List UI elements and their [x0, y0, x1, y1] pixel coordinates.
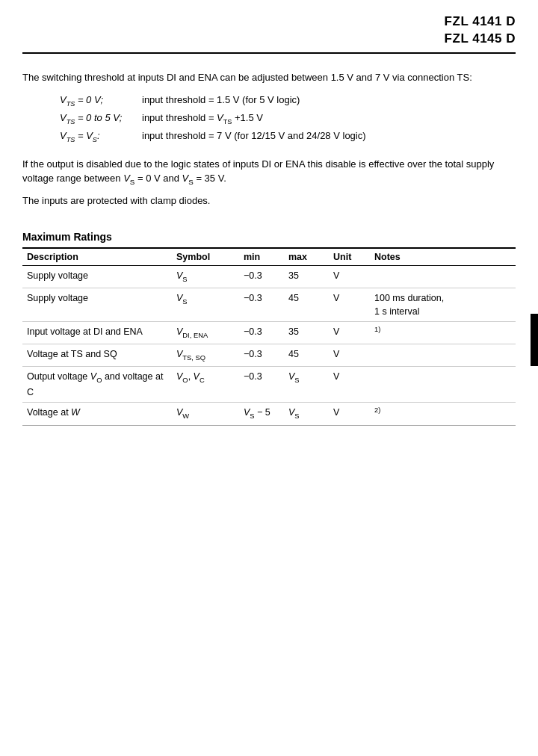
cell-unit: V: [329, 367, 370, 403]
header-title-line2: FZL 4145 D: [22, 31, 516, 48]
cell-max: 45: [284, 288, 329, 321]
table-row: Supply voltage VS −0.3 45 V 100 ms durat…: [22, 288, 516, 321]
cell-notes: 2): [370, 403, 516, 425]
clamp-paragraph: The inputs are protected with clamp diod…: [22, 193, 516, 208]
cell-notes: 100 ms duration,1 s interval: [370, 288, 516, 321]
cell-unit: V: [329, 344, 370, 367]
threshold-var-1: VTS = 0 V;: [60, 92, 142, 110]
cell-notes: [370, 367, 516, 403]
col-header-max: max: [284, 248, 329, 266]
table-row: Output voltage VO and voltage at C VO, V…: [22, 367, 516, 403]
threshold-desc-3: input threshold = 7 V (for 12/15 V and 2…: [142, 128, 516, 144]
col-header-symbol: Symbol: [172, 248, 239, 266]
table-row: Input voltage at DI and ENA VDI, ENA −0.…: [22, 322, 516, 344]
threshold-desc-1: input threshold = 1.5 V (for 5 V logic): [142, 92, 516, 108]
cell-unit: V: [329, 403, 370, 425]
threshold-list: VTS = 0 V; input threshold = 1.5 V (for …: [60, 92, 516, 146]
col-header-description: Description: [22, 248, 172, 266]
cell-symbol: VTS, SQ: [172, 344, 239, 367]
cell-symbol: VO, VC: [172, 367, 239, 403]
cell-desc: Voltage at W: [22, 403, 172, 425]
cell-max: 35: [284, 265, 329, 288]
table-header-row: Description Symbol min max Unit Notes: [22, 248, 516, 266]
threshold-row-1: VTS = 0 V; input threshold = 1.5 V (for …: [60, 92, 516, 110]
header-title-line1: FZL 4141 D: [22, 13, 516, 31]
col-header-unit: Unit: [329, 248, 370, 266]
cell-desc: Voltage at TS and SQ: [22, 344, 172, 367]
cell-max: 45: [284, 344, 329, 367]
cell-unit: V: [329, 322, 370, 344]
sidebar-bar: [531, 314, 538, 366]
disabled-paragraph: If the output is disabled due to the log…: [22, 157, 516, 188]
cell-desc: Supply voltage: [22, 288, 172, 321]
cell-notes: 1): [370, 322, 516, 344]
col-header-notes: Notes: [370, 248, 516, 266]
cell-min: −0.3: [239, 344, 284, 367]
cell-min: −0.3: [239, 322, 284, 344]
cell-symbol: VS: [172, 265, 239, 288]
max-ratings-table: Description Symbol min max Unit Notes Su…: [22, 247, 516, 426]
table-row: Supply voltage VS −0.3 35 V: [22, 265, 516, 288]
table-row: Voltage at TS and SQ VTS, SQ −0.3 45 V: [22, 344, 516, 367]
threshold-row-3: VTS = VS: input threshold = 7 V (for 12/…: [60, 128, 516, 146]
cell-unit: V: [329, 288, 370, 321]
cell-desc: Output voltage VO and voltage at C: [22, 367, 172, 403]
cell-symbol: VDI, ENA: [172, 322, 239, 344]
threshold-var-3: VTS = VS:: [60, 128, 142, 146]
cell-min: VS − 5: [239, 403, 284, 425]
cell-max: VS: [284, 367, 329, 403]
cell-min: −0.3: [239, 265, 284, 288]
cell-unit: V: [329, 265, 370, 288]
cell-min: −0.3: [239, 367, 284, 403]
intro-paragraph: The switching threshold at inputs DI and…: [22, 70, 516, 85]
cell-max: 35: [284, 322, 329, 344]
cell-desc: Input voltage at DI and ENA: [22, 322, 172, 344]
cell-desc: Supply voltage: [22, 265, 172, 288]
col-header-min: min: [239, 248, 284, 266]
threshold-desc-2: input threshold = VTS +1.5 V: [142, 110, 516, 128]
header-divider: [22, 52, 516, 54]
threshold-row-2: VTS = 0 to 5 V; input threshold = VTS +1…: [60, 110, 516, 128]
page: FZL 4141 D FZL 4145 D The switching thre…: [0, 0, 538, 756]
cell-notes: [370, 344, 516, 367]
cell-symbol: VW: [172, 403, 239, 425]
section-title-max-ratings: Maximum Ratings: [22, 231, 516, 243]
header: FZL 4141 D FZL 4145 D: [22, 13, 516, 48]
cell-max: VS: [284, 403, 329, 425]
cell-min: −0.3: [239, 288, 284, 321]
cell-symbol: VS: [172, 288, 239, 321]
threshold-var-2: VTS = 0 to 5 V;: [60, 110, 142, 128]
cell-notes: [370, 265, 516, 288]
table-row: Voltage at W VW VS − 5 VS V 2): [22, 403, 516, 425]
